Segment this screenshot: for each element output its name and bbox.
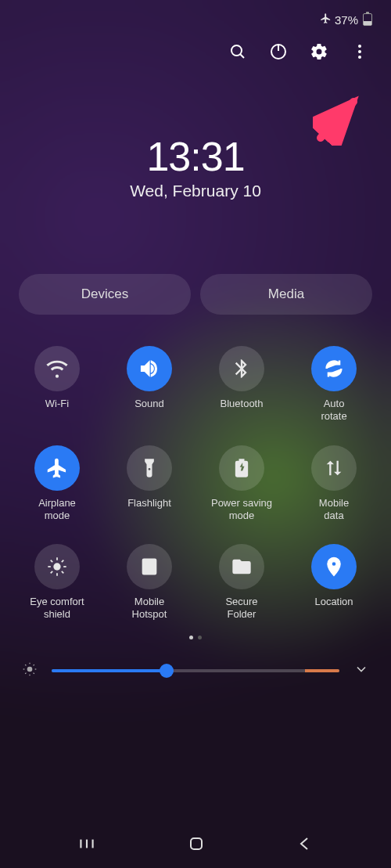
- devices-chip[interactable]: Devices: [19, 274, 191, 315]
- powersave-icon: [219, 445, 264, 491]
- brightness-expand-icon[interactable]: [353, 661, 369, 680]
- tile-label: Bluetooth: [221, 398, 264, 423]
- tile-label: MobileHotspot: [132, 596, 167, 621]
- svg-rect-29: [191, 838, 202, 849]
- nav-home[interactable]: [187, 834, 206, 856]
- tile-autorotate[interactable]: Autorotate: [288, 338, 380, 431]
- svg-line-23: [34, 672, 34, 673]
- svg-line-22: [25, 665, 26, 665]
- brightness-warm-zone: [305, 669, 339, 672]
- tile-label: Wi-Fi: [45, 398, 69, 423]
- tile-airplane[interactable]: Airplanemode: [11, 438, 103, 531]
- svg-point-5: [358, 50, 361, 53]
- tile-flashlight[interactable]: Flashlight: [103, 438, 196, 531]
- mobiledata-icon: [311, 445, 357, 491]
- pager-dot: [189, 636, 193, 639]
- system-navbar: [0, 823, 391, 868]
- location-icon: [311, 544, 357, 589]
- brightness-fill: [52, 669, 167, 672]
- brightness-thumb[interactable]: [160, 664, 174, 678]
- tile-label: Autorotate: [321, 398, 346, 423]
- svg-line-13: [51, 560, 52, 562]
- eyecomfort-icon: [34, 544, 80, 589]
- tile-powersave[interactable]: Power savingmode: [196, 438, 288, 531]
- svg-point-4: [358, 45, 361, 48]
- hotspot-icon: [127, 544, 172, 589]
- svg-point-17: [27, 666, 33, 672]
- svg-line-14: [62, 571, 63, 573]
- battery-icon: [363, 13, 372, 26]
- media-chip[interactable]: Media: [200, 274, 372, 315]
- svg-line-25: [34, 665, 34, 665]
- more-options-icon[interactable]: [350, 42, 369, 61]
- svg-point-8: [53, 563, 60, 570]
- quick-settings-grid: Wi-Fi Sound Bluetooth Autorotate Airpla: [0, 338, 391, 629]
- tile-label: SecureFolder: [225, 596, 257, 621]
- tile-eyecomfort[interactable]: Eye comfortshield: [11, 536, 103, 629]
- tile-location[interactable]: Location: [288, 536, 380, 629]
- tile-wifi[interactable]: Wi-Fi: [11, 338, 103, 431]
- tile-label: Power savingmode: [211, 497, 272, 523]
- panel-chips: Devices Media: [0, 274, 391, 315]
- sound-icon: [127, 346, 172, 391]
- tile-mobiledata[interactable]: Mobiledata: [288, 438, 380, 531]
- tile-label: Location: [314, 596, 353, 621]
- svg-point-6: [358, 56, 361, 59]
- tile-hotspot[interactable]: MobileHotspot: [103, 536, 196, 629]
- svg-line-15: [51, 571, 52, 573]
- date-text: Wed, February 10: [0, 182, 391, 200]
- battery-percent: 37%: [335, 13, 358, 27]
- flashlight-icon: [127, 445, 172, 491]
- svg-line-24: [25, 672, 26, 673]
- pager-dots: [0, 636, 391, 639]
- wifi-icon: [34, 346, 80, 391]
- airplane-status-icon: [320, 13, 332, 27]
- svg-point-0: [231, 45, 242, 56]
- airplane-icon: [34, 445, 80, 491]
- tile-label: Eye comfortshield: [30, 596, 84, 621]
- tile-securefolder[interactable]: SecureFolder: [196, 536, 288, 629]
- nav-recents[interactable]: [77, 834, 97, 857]
- power-icon[interactable]: [269, 42, 288, 61]
- tile-label: Mobiledata: [319, 497, 349, 523]
- brightness-slider[interactable]: [52, 669, 339, 672]
- svg-line-16: [62, 560, 63, 562]
- settings-gear-icon[interactable]: [310, 42, 328, 61]
- search-icon[interactable]: [228, 42, 247, 61]
- tile-label: Airplanemode: [38, 497, 76, 523]
- status-bar: 37%: [0, 0, 391, 33]
- securefolder-icon: [219, 544, 264, 589]
- clock-section: 13:31 Wed, February 10: [0, 133, 391, 200]
- quickpanel-header-icons: [0, 33, 391, 67]
- svg-line-1: [240, 54, 244, 58]
- brightness-row: [0, 661, 391, 680]
- bluetooth-icon: [219, 346, 264, 391]
- autorotate-icon: [311, 346, 357, 391]
- pager-dot: [198, 636, 202, 639]
- tile-label: Sound: [135, 398, 164, 423]
- time-text: 13:31: [0, 133, 391, 180]
- tile-sound[interactable]: Sound: [103, 338, 196, 431]
- tile-bluetooth[interactable]: Bluetooth: [196, 338, 288, 431]
- nav-back[interactable]: [296, 834, 314, 856]
- tile-label: Flashlight: [127, 497, 171, 522]
- brightness-sun-icon: [22, 661, 38, 680]
